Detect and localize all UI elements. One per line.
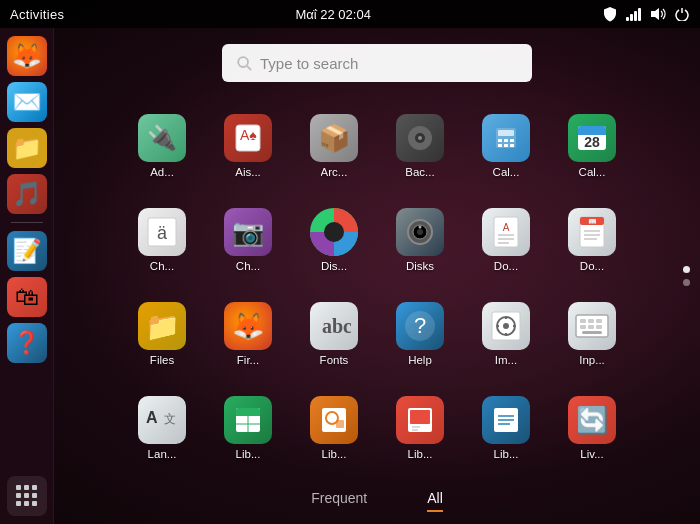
sidebar-item-writer[interactable]: 📝 xyxy=(7,231,47,271)
search-bar[interactable]: Type to search xyxy=(222,44,532,82)
svg-rect-65 xyxy=(236,412,260,416)
app-label-cheese: Ch... xyxy=(236,260,260,274)
app-label-disk-usage: Dis... xyxy=(321,260,347,274)
app-item-docview[interactable]: 📖 Do... xyxy=(551,196,633,286)
app-label-help2: Help xyxy=(408,354,432,368)
svg-rect-57 xyxy=(580,325,586,329)
shield-icon xyxy=(602,6,618,22)
app-item-cpu[interactable]: 🔌 Ad... xyxy=(121,102,203,192)
svg-rect-15 xyxy=(504,139,508,142)
app-label-docview: Do... xyxy=(580,260,604,274)
tab-frequent[interactable]: Frequent xyxy=(311,490,367,512)
app-label-fonts: Fonts xyxy=(320,354,349,368)
svg-rect-18 xyxy=(504,144,508,147)
sidebar-item-thunderbird[interactable]: ✉️ xyxy=(7,82,47,122)
svg-marker-4 xyxy=(651,8,659,20)
app-item-help2[interactable]: ? Help xyxy=(379,290,461,380)
svg-point-31 xyxy=(417,229,423,235)
svg-rect-58 xyxy=(588,325,594,329)
svg-rect-54 xyxy=(580,319,586,323)
topbar: Activities Μαΐ 22 02:04 xyxy=(0,0,700,28)
app-item-document[interactable]: A Do... xyxy=(465,196,547,286)
volume-icon xyxy=(650,6,666,22)
svg-point-11 xyxy=(418,136,422,140)
svg-rect-13 xyxy=(498,130,514,136)
sidebar-divider xyxy=(11,222,43,223)
svg-rect-19 xyxy=(510,144,514,147)
svg-rect-16 xyxy=(510,139,514,142)
svg-text:文: 文 xyxy=(164,412,176,426)
svg-text:28: 28 xyxy=(584,134,600,150)
app-label-document: Do... xyxy=(494,260,518,274)
page-dot-1 xyxy=(683,266,690,273)
activities-label[interactable]: Activities xyxy=(10,7,64,22)
svg-rect-59 xyxy=(596,325,602,329)
app-item-input[interactable]: Inp... xyxy=(551,290,633,380)
app-item-libreoffice-impress[interactable]: Lib... xyxy=(379,384,461,474)
app-item-cheese[interactable]: 📷 Ch... xyxy=(207,196,289,286)
files-icon: 📁 xyxy=(12,134,42,162)
app-label-lang: Lan... xyxy=(148,448,177,462)
app-item-libreoffice-writer[interactable]: Lib... xyxy=(465,384,547,474)
app-label-firefox2: Fir... xyxy=(237,354,259,368)
sidebar-item-software[interactable]: 🛍 xyxy=(7,277,47,317)
network-icon xyxy=(626,6,642,22)
app-label-libreoffice-calc: Lib... xyxy=(236,448,261,462)
app-item-livepatch[interactable]: 🔄 Liv... xyxy=(551,384,633,474)
sidebar-item-help[interactable]: ❓ xyxy=(7,323,47,363)
sidebar-item-rhythmbox[interactable]: 🎵 xyxy=(7,174,47,214)
app-label-libreoffice-impress: Lib... xyxy=(408,448,433,462)
app-label-cpu: Ad... xyxy=(150,166,174,180)
svg-point-52 xyxy=(503,323,509,329)
sidebar-apps-grid[interactable] xyxy=(7,476,47,516)
svg-point-30 xyxy=(419,226,422,229)
svg-text:A: A xyxy=(503,222,510,233)
app-item-calendar[interactable]: 28 Cal... xyxy=(551,102,633,192)
sidebar-item-firefox[interactable]: 🦊 xyxy=(7,36,47,76)
app-item-backup[interactable]: Bac... xyxy=(379,102,461,192)
svg-point-5 xyxy=(238,57,248,67)
app-label-backup: Bac... xyxy=(405,166,434,180)
app-item-archive[interactable]: 📦 Arc... xyxy=(293,102,375,192)
pagination xyxy=(683,266,690,286)
app-label-livepatch: Liv... xyxy=(580,448,603,462)
svg-rect-17 xyxy=(498,144,502,147)
app-item-libreoffice-calc[interactable]: Lib... xyxy=(207,384,289,474)
app-item-files2[interactable]: 📁 Files xyxy=(121,290,203,380)
app-label-archive: Arc... xyxy=(321,166,348,180)
app-item-fonts[interactable]: abc Fonts xyxy=(293,290,375,380)
sidebar: 🦊 ✉️ 📁 🎵 📝 🛍 ❓ xyxy=(0,28,54,524)
app-item-libreoffice-draw[interactable]: Lib... xyxy=(293,384,375,474)
app-grid: 🔌 Ad... A♠ Ais... 📦 Arc... Bac... Cal...… xyxy=(121,102,633,474)
firefox-icon: 🦊 xyxy=(12,42,42,70)
app-item-disks[interactable]: Disks xyxy=(379,196,461,286)
app-item-disk-usage[interactable]: Dis... xyxy=(293,196,375,286)
app-label-calculator: Cal... xyxy=(493,166,520,180)
app-item-image[interactable]: Im... xyxy=(465,290,547,380)
app-item-calculator[interactable]: Cal... xyxy=(465,102,547,192)
tab-all[interactable]: All xyxy=(427,490,443,512)
page-dot-2 xyxy=(683,279,690,286)
svg-text:A♠: A♠ xyxy=(240,127,257,143)
app-label-input: Inp... xyxy=(579,354,605,368)
app-item-firefox2[interactable]: 🦊 Fir... xyxy=(207,290,289,380)
app-label-libreoffice-draw: Lib... xyxy=(322,448,347,462)
grid-icon xyxy=(16,485,38,507)
app-label-aisleriot: Ais... xyxy=(235,166,261,180)
svg-text:abc: abc xyxy=(322,315,351,337)
svg-rect-55 xyxy=(588,319,594,323)
svg-text:A: A xyxy=(146,409,158,426)
svg-rect-72 xyxy=(410,410,430,424)
app-item-aisleriot[interactable]: A♠ Ais... xyxy=(207,102,289,192)
svg-text:?: ? xyxy=(414,313,426,338)
sidebar-item-files[interactable]: 📁 xyxy=(7,128,47,168)
main-area: Type to search 🔌 Ad... A♠ Ais... 📦 Arc..… xyxy=(54,28,700,524)
power-icon[interactable] xyxy=(674,6,690,22)
app-item-lang[interactable]: A文 Lan... xyxy=(121,384,203,474)
thunderbird-icon: ✉️ xyxy=(12,88,42,116)
topbar-right xyxy=(602,6,690,22)
svg-text:ä: ä xyxy=(157,223,168,243)
rhythmbox-icon: 🎵 xyxy=(12,180,42,208)
svg-rect-70 xyxy=(336,420,344,428)
app-item-charmap[interactable]: ä Ch... xyxy=(121,196,203,286)
